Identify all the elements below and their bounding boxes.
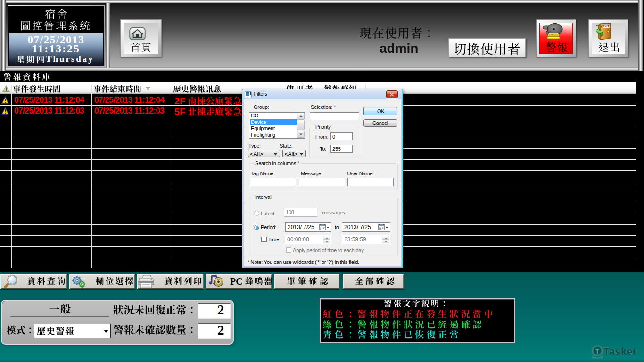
svg-text:Tasker: Tasker — [603, 346, 637, 357]
svg-text:ALARM: ALARM — [550, 34, 557, 36]
svg-text:T: T — [595, 347, 600, 355]
svg-text:EXIT: EXIT — [603, 25, 610, 28]
